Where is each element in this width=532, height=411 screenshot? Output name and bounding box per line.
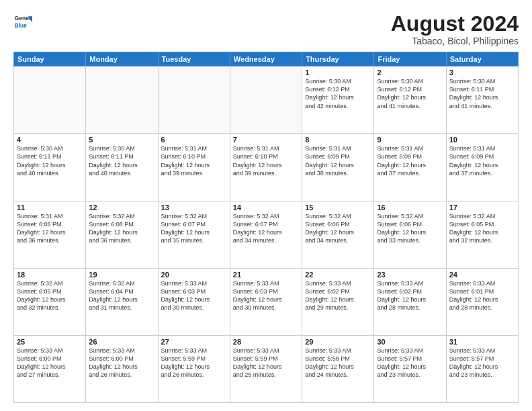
day-info: Sunrise: 5:30 AM Sunset: 6:12 PM Dayligh… (377, 77, 443, 110)
day-number: 25 (17, 338, 83, 346)
day-number: 14 (233, 203, 299, 212)
calendar-subtitle: Tabaco, Bicol, Philippines (391, 36, 519, 46)
day-number: 3 (449, 68, 515, 77)
calendar-cell: 11Sunrise: 5:31 AM Sunset: 6:08 PM Dayli… (14, 201, 86, 268)
day-info: Sunrise: 5:33 AM Sunset: 5:58 PM Dayligh… (305, 347, 371, 379)
day-number: 19 (89, 271, 154, 279)
calendar-cell (86, 66, 158, 134)
col-monday: Monday (86, 52, 158, 66)
calendar-cell: 20Sunrise: 5:33 AM Sunset: 6:03 PM Dayli… (158, 268, 230, 335)
day-info: Sunrise: 5:30 AM Sunset: 6:11 PM Dayligh… (17, 144, 83, 177)
logo-icon: General Blue (13, 12, 32, 31)
day-number: 21 (233, 271, 299, 279)
calendar-table: Sunday Monday Tuesday Wednesday Thursday… (13, 52, 519, 403)
day-info: Sunrise: 5:32 AM Sunset: 6:08 PM Dayligh… (89, 212, 154, 245)
calendar-cell: 7Sunrise: 5:31 AM Sunset: 6:10 PM Daylig… (230, 134, 302, 201)
day-info: Sunrise: 5:33 AM Sunset: 6:00 PM Dayligh… (17, 347, 83, 379)
day-info: Sunrise: 5:33 AM Sunset: 6:01 PM Dayligh… (449, 279, 515, 312)
calendar-cell: 23Sunrise: 5:33 AM Sunset: 6:02 PM Dayli… (374, 268, 446, 335)
day-number: 31 (449, 338, 515, 346)
day-info: Sunrise: 5:33 AM Sunset: 6:03 PM Dayligh… (233, 279, 299, 312)
day-info: Sunrise: 5:32 AM Sunset: 6:06 PM Dayligh… (377, 212, 443, 245)
day-info: Sunrise: 5:31 AM Sunset: 6:09 PM Dayligh… (305, 144, 371, 177)
header-row: Sunday Monday Tuesday Wednesday Thursday… (14, 52, 519, 66)
day-number: 10 (449, 136, 515, 144)
day-number: 27 (161, 338, 227, 346)
calendar-cell: 8Sunrise: 5:31 AM Sunset: 6:09 PM Daylig… (302, 134, 374, 201)
week-row-1: 1Sunrise: 5:30 AM Sunset: 6:12 PM Daylig… (14, 66, 519, 134)
header: General Blue General Blue August 2024 Ta… (13, 12, 519, 46)
title-block: August 2024 Tabaco, Bicol, Philippines (391, 12, 519, 46)
calendar-cell: 25Sunrise: 5:33 AM Sunset: 6:00 PM Dayli… (14, 335, 86, 402)
day-info: Sunrise: 5:33 AM Sunset: 6:03 PM Dayligh… (161, 279, 227, 312)
day-number: 2 (377, 68, 443, 77)
day-info: Sunrise: 5:32 AM Sunset: 6:04 PM Dayligh… (89, 279, 154, 312)
week-row-2: 4Sunrise: 5:30 AM Sunset: 6:11 PM Daylig… (14, 134, 519, 201)
col-friday: Friday (374, 52, 446, 66)
calendar-cell: 10Sunrise: 5:31 AM Sunset: 6:09 PM Dayli… (446, 134, 518, 201)
page: General Blue General Blue August 2024 Ta… (0, 0, 532, 411)
day-number: 8 (305, 136, 371, 144)
day-info: Sunrise: 5:30 AM Sunset: 6:11 PM Dayligh… (89, 144, 154, 177)
logo: General Blue General Blue (13, 12, 35, 31)
day-number: 18 (17, 271, 83, 279)
col-saturday: Saturday (446, 52, 518, 66)
day-number: 5 (89, 136, 154, 144)
day-number: 20 (161, 271, 227, 279)
day-info: Sunrise: 5:32 AM Sunset: 6:05 PM Dayligh… (449, 212, 515, 245)
calendar-cell: 27Sunrise: 5:33 AM Sunset: 5:59 PM Dayli… (158, 335, 230, 402)
calendar-cell: 24Sunrise: 5:33 AM Sunset: 6:01 PM Dayli… (446, 268, 518, 335)
calendar-cell: 14Sunrise: 5:32 AM Sunset: 6:07 PM Dayli… (230, 201, 302, 268)
calendar-cell (14, 66, 86, 134)
calendar-cell: 28Sunrise: 5:33 AM Sunset: 5:59 PM Dayli… (230, 335, 302, 402)
day-number: 23 (377, 271, 443, 279)
day-number: 13 (161, 203, 227, 212)
col-tuesday: Tuesday (158, 52, 230, 66)
day-info: Sunrise: 5:33 AM Sunset: 6:02 PM Dayligh… (377, 279, 443, 312)
day-number: 6 (161, 136, 227, 144)
day-info: Sunrise: 5:33 AM Sunset: 5:59 PM Dayligh… (161, 347, 227, 379)
day-info: Sunrise: 5:31 AM Sunset: 6:10 PM Dayligh… (161, 144, 227, 177)
day-info: Sunrise: 5:33 AM Sunset: 5:57 PM Dayligh… (449, 347, 515, 379)
calendar-cell: 5Sunrise: 5:30 AM Sunset: 6:11 PM Daylig… (86, 134, 158, 201)
day-number: 28 (233, 338, 299, 346)
calendar-title: August 2024 (391, 12, 519, 36)
day-number: 16 (377, 203, 443, 212)
calendar-cell: 29Sunrise: 5:33 AM Sunset: 5:58 PM Dayli… (302, 335, 374, 402)
week-row-4: 18Sunrise: 5:32 AM Sunset: 6:05 PM Dayli… (14, 268, 519, 335)
day-info: Sunrise: 5:32 AM Sunset: 6:07 PM Dayligh… (161, 212, 227, 245)
day-number: 24 (449, 271, 515, 279)
col-sunday: Sunday (14, 52, 86, 66)
day-number: 12 (89, 203, 154, 212)
day-info: Sunrise: 5:33 AM Sunset: 6:02 PM Dayligh… (305, 279, 371, 312)
week-row-3: 11Sunrise: 5:31 AM Sunset: 6:08 PM Dayli… (14, 201, 519, 268)
day-number: 4 (17, 136, 83, 144)
day-info: Sunrise: 5:32 AM Sunset: 6:06 PM Dayligh… (305, 212, 371, 245)
calendar-cell: 12Sunrise: 5:32 AM Sunset: 6:08 PM Dayli… (86, 201, 158, 268)
calendar-cell: 18Sunrise: 5:32 AM Sunset: 6:05 PM Dayli… (14, 268, 86, 335)
calendar-cell: 19Sunrise: 5:32 AM Sunset: 6:04 PM Dayli… (86, 268, 158, 335)
day-number: 29 (305, 338, 371, 346)
day-info: Sunrise: 5:31 AM Sunset: 6:08 PM Dayligh… (17, 212, 83, 245)
day-number: 30 (377, 338, 443, 346)
svg-text:Blue: Blue (15, 22, 28, 29)
week-row-5: 25Sunrise: 5:33 AM Sunset: 6:00 PM Dayli… (14, 335, 519, 402)
calendar-cell: 17Sunrise: 5:32 AM Sunset: 6:05 PM Dayli… (446, 201, 518, 268)
day-number: 7 (233, 136, 299, 144)
day-info: Sunrise: 5:32 AM Sunset: 6:05 PM Dayligh… (17, 279, 83, 312)
day-info: Sunrise: 5:31 AM Sunset: 6:09 PM Dayligh… (377, 144, 443, 177)
calendar-cell: 1Sunrise: 5:30 AM Sunset: 6:12 PM Daylig… (302, 66, 374, 134)
calendar-cell: 31Sunrise: 5:33 AM Sunset: 5:57 PM Dayli… (446, 335, 518, 402)
day-info: Sunrise: 5:31 AM Sunset: 6:09 PM Dayligh… (449, 144, 515, 177)
calendar-cell: 13Sunrise: 5:32 AM Sunset: 6:07 PM Dayli… (158, 201, 230, 268)
day-info: Sunrise: 5:30 AM Sunset: 6:12 PM Dayligh… (305, 77, 371, 110)
calendar-cell: 2Sunrise: 5:30 AM Sunset: 6:12 PM Daylig… (374, 66, 446, 134)
calendar-cell: 30Sunrise: 5:33 AM Sunset: 5:57 PM Dayli… (374, 335, 446, 402)
calendar-cell (230, 66, 302, 134)
day-info: Sunrise: 5:30 AM Sunset: 6:11 PM Dayligh… (449, 77, 515, 110)
calendar-cell: 15Sunrise: 5:32 AM Sunset: 6:06 PM Dayli… (302, 201, 374, 268)
col-wednesday: Wednesday (230, 52, 302, 66)
day-number: 26 (89, 338, 154, 346)
calendar-cell: 22Sunrise: 5:33 AM Sunset: 6:02 PM Dayli… (302, 268, 374, 335)
calendar-cell: 26Sunrise: 5:33 AM Sunset: 6:00 PM Dayli… (86, 335, 158, 402)
